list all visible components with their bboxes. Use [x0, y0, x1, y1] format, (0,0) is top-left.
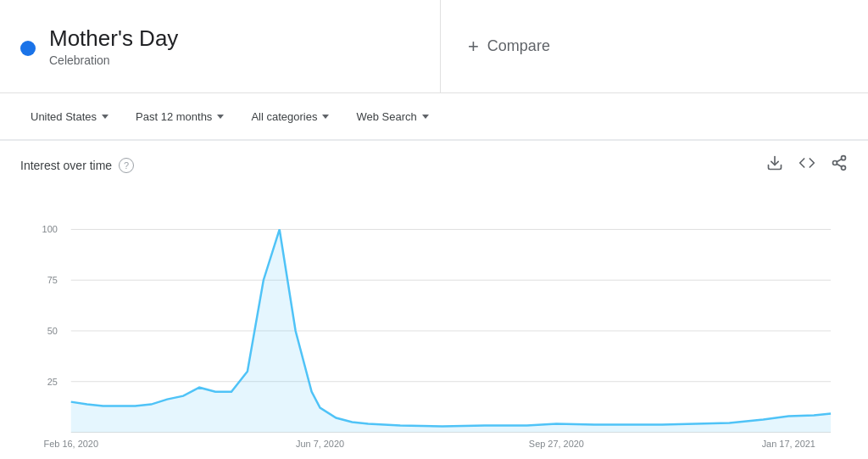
search-type-filter-label: Web Search — [356, 110, 416, 123]
region-chevron-icon — [102, 115, 108, 119]
chart-section: Interest over time ? — [0, 141, 868, 459]
category-filter-label: All categories — [251, 110, 317, 123]
period-chevron-icon — [217, 115, 224, 119]
compare-plus-icon: + — [468, 36, 479, 58]
share-icon[interactable] — [831, 154, 848, 176]
compare-button[interactable]: + Compare — [468, 36, 550, 58]
download-icon[interactable] — [766, 154, 783, 176]
svg-text:Jan 17, 2021: Jan 17, 2021 — [762, 439, 815, 449]
svg-line-4 — [837, 164, 842, 166]
svg-text:75: 75 — [47, 275, 58, 285]
trend-chart-svg: 100 75 50 25 Feb 16, 2020 Jun 7, 2020 Se… — [20, 182, 848, 459]
chart-title-area: Interest over time ? — [20, 158, 134, 173]
search-term-container: Mother's Day Celebration — [49, 25, 178, 67]
period-filter-button[interactable]: Past 12 months — [125, 104, 234, 130]
help-icon[interactable]: ? — [119, 158, 134, 173]
region-filter-label: United States — [31, 110, 97, 123]
compare-label: Compare — [487, 37, 550, 55]
category-chevron-icon — [322, 115, 329, 119]
region-filter-button[interactable]: United States — [20, 104, 119, 130]
category-filter-button[interactable]: All categories — [241, 104, 339, 130]
svg-text:Sep 27, 2020: Sep 27, 2020 — [529, 439, 584, 449]
chart-header: Interest over time ? — [20, 154, 848, 176]
svg-text:Feb 16, 2020: Feb 16, 2020 — [44, 439, 98, 449]
search-term-subtitle: Celebration — [49, 53, 178, 67]
svg-text:50: 50 — [47, 326, 58, 336]
search-type-chevron-icon — [422, 115, 429, 119]
term-indicator-dot — [20, 41, 36, 56]
header-search-term: Mother's Day Celebration — [0, 0, 441, 92]
header: Mother's Day Celebration + Compare — [0, 0, 868, 93]
svg-line-5 — [837, 159, 842, 161]
chart-title: Interest over time — [20, 159, 112, 172]
header-compare: + Compare — [441, 0, 868, 92]
svg-text:Jun 7, 2020: Jun 7, 2020 — [296, 439, 344, 449]
filters-bar: United States Past 12 months All categor… — [0, 93, 868, 141]
period-filter-label: Past 12 months — [136, 110, 212, 123]
search-term-title: Mother's Day — [49, 25, 178, 52]
svg-text:100: 100 — [42, 224, 58, 234]
chart-container: 100 75 50 25 Feb 16, 2020 Jun 7, 2020 Se… — [20, 182, 848, 459]
embed-icon[interactable] — [798, 154, 815, 176]
svg-text:25: 25 — [47, 377, 58, 387]
chart-actions — [766, 154, 848, 176]
search-type-filter-button[interactable]: Web Search — [346, 104, 438, 130]
